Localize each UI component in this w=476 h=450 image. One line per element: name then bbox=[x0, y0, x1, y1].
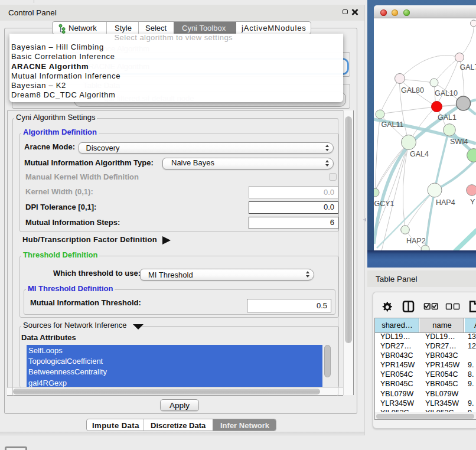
svg-text:GCY1: GCY1 bbox=[374, 200, 395, 208]
svg-text:HAP4: HAP4 bbox=[436, 198, 455, 207]
svg-text:GAL1: GAL1 bbox=[438, 113, 457, 122]
svg-text:GAL11: GAL11 bbox=[382, 120, 404, 129]
svg-text:SWI4: SWI4 bbox=[450, 138, 468, 146]
svg-text:GAL10: GAL10 bbox=[435, 89, 458, 97]
svg-text:HAP2: HAP2 bbox=[406, 237, 426, 245]
svg-text:Y: Y bbox=[470, 198, 475, 206]
svg-text:GAL80: GAL80 bbox=[401, 86, 424, 94]
svg-text:GAL7: GAL7 bbox=[460, 63, 476, 71]
svg-text:GAL4: GAL4 bbox=[410, 150, 429, 158]
